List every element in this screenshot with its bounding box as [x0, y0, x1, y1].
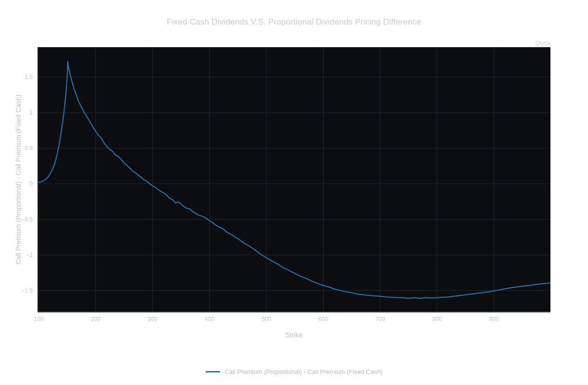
x-tick-label: 100 [34, 316, 43, 322]
x-axis-title: Strike [38, 331, 550, 339]
plot-canvas [38, 47, 550, 312]
series-line [39, 62, 550, 298]
x-tick-label: 500 [261, 316, 271, 322]
x-tick-label: 800 [432, 316, 442, 322]
x-tick-label: 700 [376, 316, 385, 322]
legend-line-swatch [206, 371, 220, 372]
watermark: Qtyca [536, 40, 550, 47]
y-axis-title: Call Premium (Proportional) - Call Premi… [14, 94, 22, 264]
y-tick-label: −1.5 [0, 287, 33, 294]
legend: Call Premium (Proportional) - Call Premi… [0, 368, 588, 375]
x-tick-label: 200 [91, 316, 101, 322]
plot-area[interactable] [38, 47, 550, 313]
x-tick-label: 300 [148, 316, 157, 322]
legend-item[interactable]: Call Premium (Proportional) - Call Premi… [206, 368, 383, 375]
y-tick-label: 1.5 [0, 74, 33, 80]
chart-title: Fixed Cash Dividends V.S. Proportional D… [0, 17, 588, 27]
legend-label: Call Premium (Proportional) - Call Premi… [225, 368, 383, 375]
x-tick-label: 900 [489, 316, 499, 322]
x-tick-label: 600 [318, 316, 328, 322]
x-tick-label: 400 [205, 316, 214, 322]
